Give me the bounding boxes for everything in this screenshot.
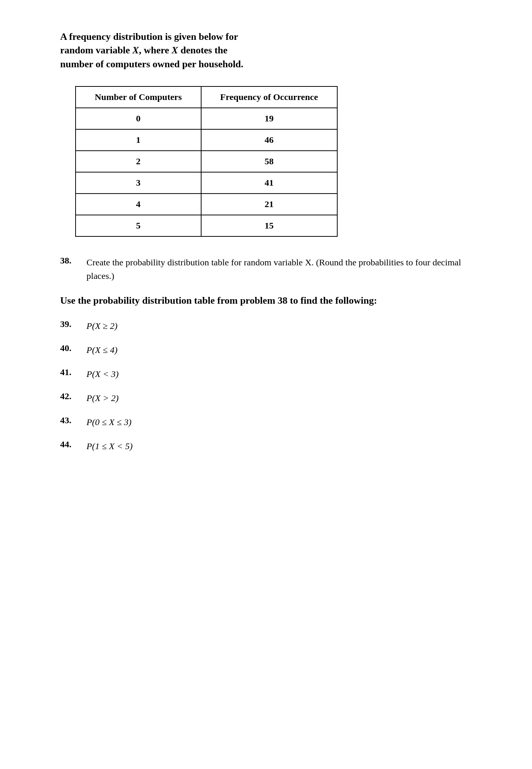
problem-number-44: 44. [60,439,86,450]
problem-40: 40. P(X ≤ 4) [60,343,472,357]
table-row: 515 [76,215,337,236]
table-row: 019 [76,108,337,129]
problem-43: 43. P(0 ≤ X ≤ 3) [60,415,472,429]
problem-44: 44. P(1 ≤ X < 5) [60,439,472,453]
table-cell-freq: 46 [201,129,337,151]
problem-38: 38. Create the probability distribution … [60,256,472,283]
problem-expr-40: P(X ≤ 4) [86,343,117,357]
table-cell-x: 2 [76,151,201,172]
table-cell-x: 0 [76,108,201,129]
intro-paragraph: A frequency distribution is given below … [60,30,472,71]
table-cell-x: 3 [76,172,201,194]
table-cell-x: 4 [76,194,201,215]
problem-number-43: 43. [60,415,86,425]
section-header: Use the probability distribution table f… [60,294,472,307]
problem-42: 42. P(X > 2) [60,391,472,405]
problem-number-39: 39. [60,319,86,329]
table-row: 146 [76,129,337,151]
problem-expr-42: P(X > 2) [86,391,119,405]
problem-39: 39. P(X ≥ 2) [60,319,472,333]
frequency-table: Number of Computers Frequency of Occurre… [75,86,338,237]
table-row: 258 [76,151,337,172]
problem-38-text: Create the probability distribution tabl… [86,256,472,283]
table-cell-freq: 41 [201,172,337,194]
table-cell-freq: 19 [201,108,337,129]
table-cell-freq: 15 [201,215,337,236]
problem-41: 41. P(X < 3) [60,367,472,381]
problem-expr-39: P(X ≥ 2) [86,319,117,333]
problem-number-40: 40. [60,343,86,353]
table-row: 421 [76,194,337,215]
problem-number-42: 42. [60,391,86,401]
problem-number-41: 41. [60,367,86,377]
problem-38-section: 38. Create the probability distribution … [60,256,472,283]
col-header-computers: Number of Computers [76,86,201,108]
table-row: 341 [76,172,337,194]
table-cell-freq: 58 [201,151,337,172]
problems-list: 39. P(X ≥ 2) 40. P(X ≤ 4) 41. P(X < 3) 4… [60,319,472,453]
problem-expr-44: P(1 ≤ X < 5) [86,439,133,453]
table-cell-x: 1 [76,129,201,151]
col-header-frequency: Frequency of Occurrence [201,86,337,108]
table-cell-x: 5 [76,215,201,236]
problem-expr-41: P(X < 3) [86,367,119,381]
problem-38-number: 38. [60,256,86,266]
problem-expr-43: P(0 ≤ X ≤ 3) [86,415,132,429]
table-cell-freq: 21 [201,194,337,215]
